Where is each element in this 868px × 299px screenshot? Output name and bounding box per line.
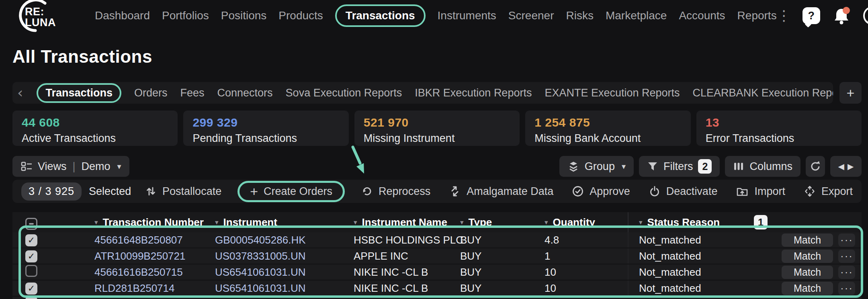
columns-button[interactable]: Columns: [725, 156, 800, 177]
nav-item-products[interactable]: Products: [278, 9, 323, 22]
stat-card-missing-bank-account[interactable]: 1 254 875 Missing Bank Account: [525, 111, 690, 146]
column-menu-icon[interactable]: ▾: [354, 218, 357, 226]
stat-label: Active Transactions: [22, 132, 168, 145]
column-menu-icon[interactable]: ▾: [639, 218, 643, 226]
views-selector-button[interactable]: Views | Demo ▾: [12, 156, 129, 177]
export-arrows-icon: [804, 185, 816, 197]
row-menu-button[interactable]: ···: [838, 250, 855, 263]
views-separator: |: [72, 160, 76, 173]
pan-columns-button[interactable]: ◀ ▶: [830, 156, 862, 177]
table-row[interactable]: 45661616B250715 US6541061031.UN NIKE INC…: [12, 264, 862, 281]
nav-item-screener[interactable]: Screener: [508, 9, 554, 22]
column-header-label: Instrument Name: [362, 216, 447, 229]
instrument-link[interactable]: US6541061031.UN: [215, 266, 306, 278]
row-menu-button[interactable]: ···: [838, 266, 855, 279]
transaction-number-link[interactable]: ATR10099B250721: [94, 250, 185, 262]
column-menu-icon[interactable]: ▾: [94, 218, 98, 226]
column-header-status-reason[interactable]: ▾ Status Reason 1: [628, 212, 862, 232]
transaction-number-link[interactable]: RLD281B250714: [94, 282, 175, 294]
tab-clearbank-execution-reports[interactable]: CLEARBANK Execution Reports: [693, 87, 833, 99]
tab-transactions-active[interactable]: Transactions: [37, 83, 121, 103]
nav-item-transactions-active[interactable]: Transactions: [335, 4, 426, 27]
overflow-menu-icon[interactable]: ⋮: [777, 8, 791, 23]
amalgamate-data-button[interactable]: Amalgamate Data: [449, 185, 553, 198]
tab-sova-execution-reports[interactable]: Sova Execution Reports: [286, 87, 402, 99]
column-header-instrument-name[interactable]: ▾ Instrument Name: [348, 216, 454, 229]
import-button[interactable]: Import: [736, 185, 785, 198]
row-menu-button[interactable]: ···: [838, 282, 855, 295]
row-checkbox[interactable]: ✓: [25, 234, 37, 246]
filters-label: Filters: [663, 160, 693, 173]
refresh-button[interactable]: [806, 156, 825, 177]
export-button[interactable]: Export: [804, 185, 853, 198]
column-menu-icon[interactable]: ▾: [215, 218, 219, 226]
tabs-scroll-left-icon[interactable]: ‹: [16, 86, 24, 100]
match-button[interactable]: Match: [782, 282, 833, 295]
transaction-number-link[interactable]: 45661648B250807: [94, 234, 183, 246]
tab-exante-execution-reports[interactable]: EXANTE Execution Reports: [545, 87, 680, 99]
instrument-link[interactable]: US0378331005.UN: [215, 250, 306, 262]
column-menu-icon[interactable]: ▾: [545, 218, 548, 226]
column-header-transaction-number[interactable]: ▾ Transaction Number: [89, 216, 209, 229]
tab-connectors[interactable]: Connectors: [217, 87, 273, 99]
match-button[interactable]: Match: [782, 250, 833, 263]
notifications-bell-icon[interactable]: [831, 6, 852, 26]
brand-logo[interactable]: RE: LUNA: [10, 0, 58, 33]
nav-item-marketplace[interactable]: Marketplace: [606, 9, 667, 22]
create-orders-label: Create Orders: [264, 185, 332, 198]
nav-item-dashboard[interactable]: Dashboard: [95, 9, 150, 22]
type-cell: BUY: [454, 282, 539, 295]
refresh-icon: [809, 160, 821, 172]
nav-item-portfolios[interactable]: Portfolios: [162, 9, 209, 22]
quantity-cell: 10: [539, 266, 628, 279]
nav-item-accounts[interactable]: Accounts: [679, 9, 725, 22]
status-reason-cell: Not_matched: [639, 266, 701, 279]
match-button[interactable]: Match: [782, 266, 833, 279]
match-button[interactable]: Match: [782, 233, 833, 247]
tab-orders[interactable]: Orders: [134, 87, 168, 99]
instrument-link[interactable]: GB0005405286.HK: [215, 234, 306, 246]
row-checkbox[interactable]: [25, 297, 37, 299]
row-menu-button[interactable]: ···: [838, 233, 855, 247]
nav-item-risks[interactable]: Risks: [566, 9, 593, 22]
filter-funnel-icon: [647, 161, 658, 172]
selection-label: Selected: [89, 185, 131, 198]
reprocess-button[interactable]: Reprocess: [361, 185, 430, 198]
row-checkbox[interactable]: ✓: [25, 283, 37, 295]
tab-ibkr-execution-reports[interactable]: IBKR Execution Reports: [415, 87, 532, 99]
stat-card-missing-instrument[interactable]: 521 970 Missing Instrument: [354, 111, 520, 146]
selection-toolbar: 3 / 3 925 Selected Postallocate + Create…: [12, 180, 862, 203]
stat-card-error-transactions[interactable]: 13 Error Transactions: [696, 111, 862, 146]
approve-button[interactable]: Approve: [572, 185, 630, 198]
stat-card-pending-transactions[interactable]: 299 329 Pending Transactions: [183, 111, 348, 146]
nav-item-reports[interactable]: Reports: [737, 9, 777, 22]
instrument-name-cell: APPLE INC: [348, 250, 454, 262]
transaction-number-link[interactable]: 45661616B250715: [94, 266, 183, 278]
create-orders-button[interactable]: + Create Orders: [250, 185, 332, 198]
help-icon[interactable]: ?: [802, 7, 820, 24]
deactivate-button[interactable]: Deactivate: [649, 185, 718, 198]
instrument-name-cell: NIKE INC -CL B: [348, 266, 454, 279]
column-menu-icon[interactable]: ▾: [460, 218, 464, 226]
tab-fees[interactable]: Fees: [180, 87, 205, 99]
table-row[interactable]: ✓ 45661648B250807 GB0005405286.HK HSBC H…: [12, 232, 862, 248]
column-header-type[interactable]: ▾ Type: [454, 216, 539, 229]
postallocate-button[interactable]: Postallocate: [145, 185, 221, 198]
user-avatar-icon[interactable]: [863, 6, 868, 25]
stat-card-active-transactions[interactable]: 44 608 Active Transactions: [12, 111, 178, 146]
column-header-quantity[interactable]: ▾ Quantity: [539, 216, 628, 229]
column-header-instrument[interactable]: ▾ Instrument: [209, 216, 348, 229]
row-checkbox[interactable]: ✓: [25, 250, 37, 262]
nav-item-instruments[interactable]: Instruments: [438, 9, 496, 22]
table-row[interactable]: ✓ RLD281B250714 US6541061031.UN NIKE INC…: [12, 281, 862, 297]
filters-button[interactable]: Filters 2: [639, 156, 720, 177]
select-all-checkbox[interactable]: [25, 218, 37, 230]
add-tab-button[interactable]: +: [839, 82, 862, 104]
main-nav: Dashboard Portfolios Positions Products …: [95, 4, 777, 27]
row-checkbox[interactable]: [25, 265, 37, 277]
nav-item-positions[interactable]: Positions: [221, 9, 267, 22]
instrument-link[interactable]: US6541061031.UN: [215, 282, 306, 294]
group-button[interactable]: Group ▾: [559, 156, 634, 177]
views-label: Views: [38, 160, 67, 173]
table-row[interactable]: ✓ ATR10099B250721 US0378331005.UN APPLE …: [12, 248, 862, 264]
